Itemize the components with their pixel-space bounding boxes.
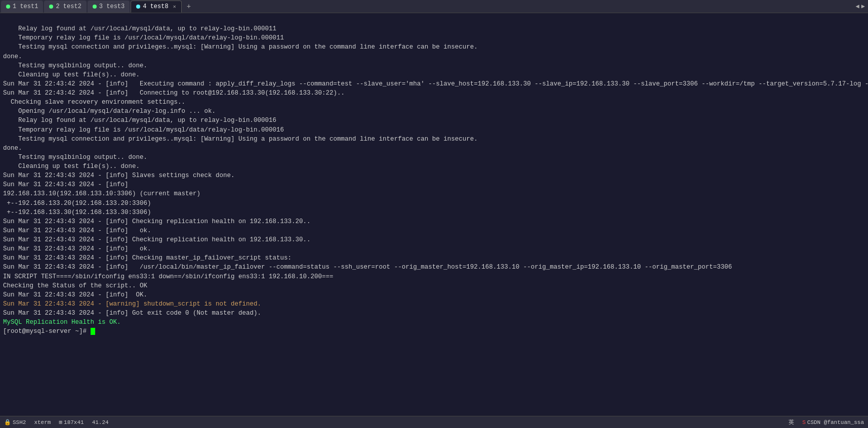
size-icon: ⊞	[59, 419, 62, 425]
terminal-line: Sun Mar 31 22:43:43 2024 - [info] ok.	[3, 244, 865, 253]
terminal-line: Testing mysqlbinlog output.. done.	[3, 153, 865, 162]
terminal-line: Temporary relay log file is /usr/local/m…	[3, 33, 865, 42]
zoom-label: 41.24	[92, 419, 109, 425]
status-lang: 英	[789, 418, 794, 426]
lang-label: 英	[789, 418, 794, 426]
tab-prev-button[interactable]: ◀	[856, 3, 859, 10]
tab-next-button[interactable]: ▶	[861, 3, 865, 10]
terminal-line: Sun Mar 31 22:43:43 2024 - [info] ok.	[3, 226, 865, 235]
tab-label-test3: 3 test3	[99, 3, 125, 10]
terminal-line: 192.168.133.10(192.168.133.10:3306) (cur…	[3, 189, 865, 198]
terminal-line: [root@mysql-server ~]#	[3, 327, 865, 336]
terminal-line: Sun Mar 31 22:43:43 2024 - [info]	[3, 180, 865, 189]
status-bar: 🔒 SSH2 xterm ⊞ 187x41 41.24 英 S CSDN @fa…	[0, 416, 868, 428]
terminal-line: IN SCRIPT TEST====/sbin/ifconfig ens33:1…	[3, 272, 865, 281]
terminal-line: Sun Mar 31 22:43:43 2024 - [info] Got ex…	[3, 309, 865, 318]
terminal-line: Cleaning up test file(s).. done.	[3, 162, 865, 171]
cursor	[91, 328, 95, 335]
tab-test2[interactable]: 2 test2	[44, 1, 86, 13]
terminal-line: Opening /usr/local/mysql/data/relay-log.…	[3, 107, 865, 116]
terminal-line: Sun Mar 31 22:43:43 2024 - [info] OK.	[3, 290, 865, 299]
terminal-line: Checking the Status of the script.. OK	[3, 281, 865, 290]
terminal-line: Relay log found at /usr/local/mysql/data…	[3, 24, 865, 33]
status-zoom: 41.24	[92, 419, 109, 425]
tab-bar: 1 test1 2 test2 3 test3 4 test8 ✕ + ◀ ▶	[0, 0, 868, 13]
terminal-line: Sun Mar 31 22:43:43 2024 - [info] Slaves…	[3, 171, 865, 180]
terminal-line: Checking slave recovery environment sett…	[3, 98, 865, 107]
terminal-line: Sun Mar 31 22:43:43 2024 - [warning] shu…	[3, 299, 865, 309]
size-label: 187x41	[64, 419, 84, 425]
status-ssh: 🔒 SSH2	[4, 419, 26, 425]
terminal-output[interactable]: Relay log found at /usr/local/mysql/data…	[0, 13, 868, 416]
terminal-line: Sun Mar 31 22:43:43 2024 - [info] Checki…	[3, 253, 865, 263]
tab-label-test1: 1 test1	[13, 3, 38, 10]
terminal-line: +--192.168.133.20(192.168.133.20:3306)	[3, 199, 865, 208]
terminal-label: xterm	[34, 419, 51, 425]
ssh-icon: 🔒	[4, 419, 11, 425]
terminal-line: Sun Mar 31 22:43:43 2024 - [info] Checki…	[3, 235, 865, 244]
status-brand: S CSDN @fantuan_ssa	[802, 419, 864, 425]
terminal-line: Cleaning up test file(s).. done.	[3, 70, 865, 79]
tab-label-test2: 2 test2	[56, 3, 81, 10]
tab-test3[interactable]: 3 test3	[88, 1, 130, 13]
tab-dot-test3	[93, 5, 97, 9]
brand-icon: S	[802, 419, 806, 425]
tab-dot-test1	[6, 5, 10, 9]
terminal-line: +--192.168.133.30(192.168.133.30:3306)	[3, 208, 865, 217]
tab-close-test8[interactable]: ✕	[173, 4, 176, 10]
brand-label: CSDN @fantuan_ssa	[807, 419, 864, 425]
tab-dot-test8	[136, 5, 140, 9]
terminal-line: Sun Mar 31 22:43:43 2024 - [info] Checki…	[3, 217, 865, 226]
terminal-line: done.	[3, 144, 865, 153]
terminal-line: Sun Mar 31 22:43:43 2024 - [info] /usr/l…	[3, 263, 865, 272]
status-terminal: xterm	[34, 419, 51, 425]
terminal-line: Relay log found at /usr/local/mysql/data…	[3, 116, 865, 125]
tab-dot-test2	[49, 5, 53, 9]
terminal-line: Testing mysql connection and privileges.…	[3, 135, 865, 144]
terminal-line: done.	[3, 52, 865, 61]
tab-test1[interactable]: 1 test1	[1, 1, 43, 13]
terminal-line: Sun Mar 31 22:43:42 2024 - [info] Connec…	[3, 89, 865, 98]
ssh-label: SSH2	[13, 419, 26, 425]
terminal-line: Sun Mar 31 22:43:42 2024 - [info] Execut…	[3, 79, 865, 89]
terminal-line: Temporary relay log file is /usr/local/m…	[3, 125, 865, 135]
tab-label-test8: 4 test8	[143, 3, 168, 10]
terminal-line: Testing mysqlbinlog output.. done.	[3, 61, 865, 70]
tab-nav-buttons: ◀ ▶	[856, 3, 867, 10]
tab-add-button[interactable]: +	[183, 3, 195, 11]
tab-test8[interactable]: 4 test8 ✕	[131, 1, 181, 13]
status-size: ⊞ 187x41	[59, 419, 84, 425]
terminal-line: MySQL Replication Health is OK.	[3, 318, 865, 327]
terminal-line: Testing mysql connection and privileges.…	[3, 42, 865, 52]
